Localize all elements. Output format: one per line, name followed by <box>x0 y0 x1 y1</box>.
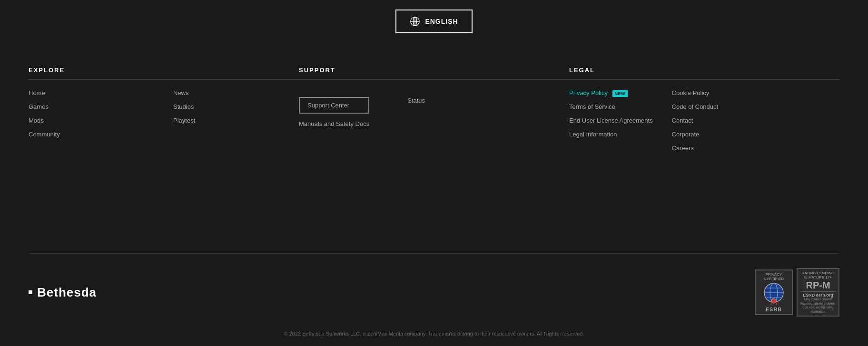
rating-badges: PRIVACY CERTIFIED ESRB RATING PENDING to… <box>755 268 839 317</box>
esrb-privacy-top: PRIVACY CERTIFIED <box>759 272 789 281</box>
esrb-rpm-badge: RATING PENDING to MATURE 17+ RP-M ESRB e… <box>797 268 839 317</box>
link-support-center[interactable]: Support Center <box>299 97 369 114</box>
language-button[interactable]: ENGLISH <box>395 10 472 33</box>
support-col2: Status <box>407 97 425 104</box>
link-news[interactable]: News <box>173 89 299 96</box>
explore-title: EXPLORE <box>29 67 299 80</box>
link-eula[interactable]: End User License Agreements <box>569 117 653 124</box>
link-privacy-policy[interactable]: Privacy Policy NEW <box>569 89 653 96</box>
link-studios[interactable]: Studios <box>173 103 299 110</box>
link-code-of-conduct[interactable]: Code of Conduct <box>672 103 719 110</box>
link-games[interactable]: Games <box>29 103 154 110</box>
link-cookie-policy[interactable]: Cookie Policy <box>672 89 719 96</box>
footer-copyright: © 2022 Bethesda Softworks LLC, a ZeniMax… <box>0 326 868 346</box>
footer-bottom: Bethesda PRIVACY CERTIFIED ESRB RATING P… <box>0 254 868 326</box>
link-home[interactable]: Home <box>29 89 154 96</box>
link-corporate[interactable]: Corporate <box>672 131 719 138</box>
legal-title: LEGAL <box>569 67 839 80</box>
footer-main: EXPLORE Home News Games Studios Mods Pla… <box>0 48 868 253</box>
link-status[interactable]: Status <box>407 97 425 104</box>
bethesda-logo: Bethesda <box>29 285 97 300</box>
link-community[interactable]: Community <box>29 131 154 138</box>
logo-text: Bethesda <box>37 285 97 300</box>
language-label: ENGLISH <box>425 18 458 25</box>
link-contact[interactable]: Contact <box>672 117 719 124</box>
link-manuals[interactable]: Manuals and Safety Docs <box>299 120 369 127</box>
link-playtest[interactable]: Playtest <box>173 117 299 124</box>
globe-icon <box>410 16 420 27</box>
legal-section: LEGAL Privacy Policy NEW Terms of Servic… <box>569 67 839 234</box>
rpm-title: RATING PENDING to MATURE 17+ <box>800 271 836 279</box>
rpm-desc: May contain content inappropriate for ch… <box>800 298 836 314</box>
support-section: SUPPORT Support Center Manuals and Safet… <box>299 67 569 234</box>
link-careers[interactable]: Careers <box>672 144 719 152</box>
support-col1: Support Center Manuals and Safety Docs <box>299 97 369 127</box>
rpm-rating: RP-M <box>800 280 836 290</box>
logo-square <box>29 290 32 294</box>
link-tos[interactable]: Terms of Service <box>569 103 653 110</box>
rpm-esrb: ESRB esrb.org <box>800 291 836 298</box>
esrb-globe-icon <box>762 281 786 305</box>
legal-col2: Cookie Policy Code of Conduct Contact Co… <box>672 89 719 152</box>
support-title: SUPPORT <box>299 67 569 80</box>
esrb-privacy-badge: PRIVACY CERTIFIED ESRB <box>755 269 793 315</box>
new-badge: NEW <box>612 90 628 97</box>
top-bar: ENGLISH <box>0 0 868 48</box>
link-legal-info[interactable]: Legal Information <box>569 131 653 138</box>
legal-col1: Privacy Policy NEW Terms of Service End … <box>569 89 653 152</box>
explore-links: Home News Games Studios Mods Playtest Co… <box>29 89 299 138</box>
explore-section: EXPLORE Home News Games Studios Mods Pla… <box>29 67 299 234</box>
esrb-privacy-label: ESRB <box>759 307 789 312</box>
support-links-row: Support Center Manuals and Safety Docs S… <box>299 87 569 127</box>
link-mods[interactable]: Mods <box>29 117 154 124</box>
